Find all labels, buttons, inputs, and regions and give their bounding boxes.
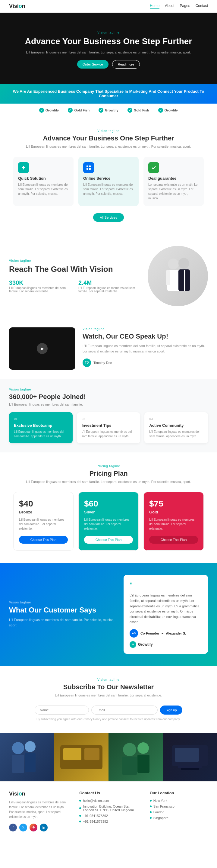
location-2: San Francisco xyxy=(150,805,208,808)
gold-name: Gold xyxy=(149,510,198,514)
quick-solution-icon xyxy=(18,162,29,173)
joined-title: 360,000+ People Joined! xyxy=(9,393,208,401)
instagram-icon[interactable]: ⊕ xyxy=(30,824,37,832)
ceo-author-name: Timothy Doe xyxy=(94,361,112,365)
joined-header: Vision tagline 360,000+ People Joined! L… xyxy=(9,388,208,406)
nav-link-contact[interactable]: Contact xyxy=(195,4,208,9)
stat-label-2: L'il European linguas es membres del sam… xyxy=(78,286,139,293)
online-service-title: Online Service xyxy=(83,176,134,181)
partner-goldfish-2: ✓ Gold Fish xyxy=(128,108,149,113)
testimonial-card: " L'il European linguas es membres del s… xyxy=(123,575,208,654)
footer-logo: Vision xyxy=(9,791,67,797)
footer-contact-col: Contact Us hello@vision.com Innovation B… xyxy=(79,791,137,832)
services-title: Advance Your Business One Step Further xyxy=(9,134,208,142)
contact-email: hello@vision.com xyxy=(79,799,137,803)
newsletter-name-input[interactable] xyxy=(35,706,89,715)
partner-check-icon-2: ✓ xyxy=(68,108,73,113)
footer-grid: Vision L'il European linguas es membres … xyxy=(9,791,208,832)
social-icons: f 𝕏 ⊕ in xyxy=(9,824,67,832)
partner-growtify-2: ✓ Growtify xyxy=(99,108,118,113)
newsletter-tagline: Vision tagline xyxy=(9,678,208,681)
bronze-plan-button[interactable]: Choose This Plan xyxy=(19,536,68,544)
svg-rect-24 xyxy=(175,748,199,762)
card-title-3: Active Community xyxy=(149,423,203,428)
location-1: New York xyxy=(150,799,208,803)
svg-rect-17 xyxy=(63,748,81,760)
service-card-quick: Quick Solution L'il European linguas es … xyxy=(13,157,74,206)
stat-330k: 330K L'il European linguas es membres de… xyxy=(9,279,69,293)
gold-plan-button[interactable]: Choose This Plan xyxy=(149,536,198,544)
reach-tagline: Vision tagline xyxy=(9,259,139,262)
gold-desc: L'il European linguas es membres del sam… xyxy=(149,517,198,531)
reach-image xyxy=(148,246,208,306)
nav-link-about[interactable]: About xyxy=(165,4,174,9)
card-num-2: 02 xyxy=(82,417,136,421)
svg-rect-4 xyxy=(86,168,88,170)
location-4: Singapore xyxy=(150,816,208,820)
svg-point-12 xyxy=(12,742,24,754)
silver-name: Silver xyxy=(84,510,133,514)
read-more-button[interactable]: Read more xyxy=(112,60,140,68)
stat-label-1: L'il European linguas es membres del sam… xyxy=(9,286,69,293)
pricing-gold: $75 Gold L'il European linguas es membre… xyxy=(143,492,204,551)
ceo-avatar: TD xyxy=(82,359,91,367)
svg-rect-13 xyxy=(12,755,24,773)
svg-point-19 xyxy=(123,743,136,756)
svg-rect-25 xyxy=(181,768,199,770)
nav-link-pages[interactable]: Pages xyxy=(180,4,190,9)
gallery xyxy=(0,733,217,781)
deal-guarantee-desc: Lor separal existentie es un myth. Lor s… xyxy=(148,182,199,200)
service-card-deal: Deal guarantee Lor separal existentie es… xyxy=(143,157,204,206)
card-desc-3: L'il European linguas es membres del sam… xyxy=(149,430,203,438)
svg-rect-26 xyxy=(178,766,202,768)
newsletter-title: Subscribe To Our Newsletter xyxy=(9,683,208,691)
quick-solution-title: Quick Solution xyxy=(18,176,69,181)
partner-check-icon-5: ✓ xyxy=(158,108,163,113)
twitter-icon[interactable]: 𝕏 xyxy=(19,824,27,832)
video-player[interactable]: ▶ xyxy=(9,328,75,370)
testimonial-text: Vision tagline What Our Customer Says L'… xyxy=(9,601,114,628)
partner-goldfish-1: ✓ Gold Fish xyxy=(68,108,89,113)
joined-description: L'il European linguas es membres del sam… xyxy=(9,403,208,406)
contact-address: Innovation Building, Ocean Star, London … xyxy=(79,805,137,812)
stat-value-2: 2.4M xyxy=(78,279,139,286)
nav-links: Home About Pages Contact xyxy=(150,4,208,9)
contact-phone-2: +91 9541578392 xyxy=(79,820,137,823)
order-service-button[interactable]: Order Service xyxy=(77,60,108,68)
hero-tagline: Vision tagline xyxy=(9,31,208,34)
hero-section: Vision tagline Advance Your Business One… xyxy=(0,13,217,84)
play-button[interactable]: ▶ xyxy=(37,343,48,354)
reach-section: Vision tagline Reach The Goal With Visio… xyxy=(0,234,217,318)
newsletter-note: By subscribing you agree with our Privac… xyxy=(9,718,208,721)
pricing-tagline: Pricing tagline xyxy=(9,465,208,468)
newsletter-section: Vision tagline Subscribe To Our Newslett… xyxy=(0,666,217,733)
svg-point-6 xyxy=(168,258,179,270)
deal-guarantee-icon xyxy=(148,162,159,173)
silver-plan-button[interactable]: Choose This Plan xyxy=(84,536,133,544)
pricing-bronze: $40 Bronze L'il European linguas es memb… xyxy=(13,492,74,551)
svg-rect-2 xyxy=(86,165,88,167)
partner-name-1: Growtify xyxy=(45,108,59,112)
nav-link-home[interactable]: Home xyxy=(150,4,159,9)
location-3: London xyxy=(150,810,208,814)
linkedin-icon[interactable]: in xyxy=(40,824,48,832)
card-num-3: 03 xyxy=(149,417,203,421)
newsletter-signup-button[interactable]: Sign up xyxy=(160,706,182,715)
author-role: Co-Founder xyxy=(140,631,159,635)
pricing-silver: $60 Silver L'il European linguas es memb… xyxy=(78,492,139,551)
partner-name-3: Growtify xyxy=(105,108,118,112)
partner-check-icon-1: ✓ xyxy=(39,108,44,113)
testimonial-author: AS Co-Founder – Alexander S. xyxy=(130,629,202,638)
banner: We Are An Experienced Business Company T… xyxy=(0,84,217,103)
footer-contact-title: Contact Us xyxy=(79,791,137,795)
services-tagline: Vision tagline xyxy=(9,129,208,132)
footer-contact-links: hello@vision.com Innovation Building, Oc… xyxy=(79,799,137,823)
svg-rect-8 xyxy=(166,270,170,285)
facebook-icon[interactable]: f xyxy=(9,824,17,832)
newsletter-form: Sign up xyxy=(9,706,208,715)
svg-rect-18 xyxy=(84,748,100,760)
navbar: Vision Home About Pages Contact xyxy=(0,0,217,13)
newsletter-email-input[interactable] xyxy=(91,706,158,715)
card-title-1: Exclusive Bootcamp xyxy=(14,423,68,428)
all-services-button[interactable]: All Services xyxy=(93,213,123,222)
